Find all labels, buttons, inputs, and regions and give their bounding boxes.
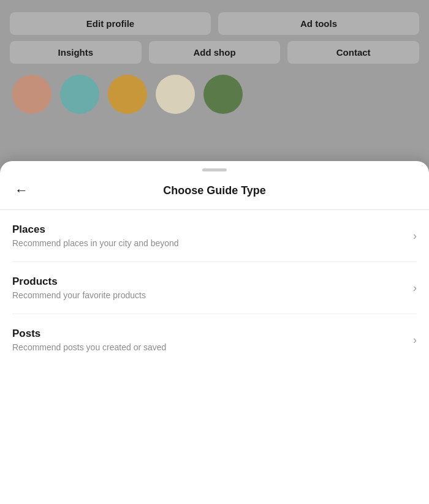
guide-item-places-title: Places [12, 224, 406, 236]
guide-item-products-title: Products [12, 276, 406, 288]
sheet-title: Choose Guide Type [31, 184, 398, 197]
guide-item-posts-title: Posts [12, 328, 406, 340]
guide-item-products[interactable]: Products Recommend your favorite product… [12, 262, 417, 314]
ad-tools-button[interactable]: Ad tools [218, 12, 419, 35]
chevron-right-icon-places: › [413, 230, 417, 243]
background-area: Edit profile Ad tools Insights Add shop … [0, 0, 429, 171]
story-circle-3[interactable] [108, 75, 147, 114]
story-circle-4[interactable] [156, 75, 195, 114]
drag-handle-container [0, 161, 429, 176]
back-button[interactable]: ← [12, 181, 31, 200]
edit-profile-button[interactable]: Edit profile [10, 12, 211, 35]
guide-list: Places Recommend places in your city and… [0, 210, 429, 366]
chevron-right-icon-posts: › [413, 334, 417, 347]
chevron-right-icon-products: › [413, 282, 417, 295]
guide-item-places[interactable]: Places Recommend places in your city and… [12, 210, 417, 262]
circles-row [10, 75, 419, 114]
guide-item-posts[interactable]: Posts Recommend posts you created or sav… [12, 314, 417, 366]
contact-button[interactable]: Contact [287, 41, 419, 64]
guide-item-products-desc: Recommend your favorite products [12, 290, 406, 300]
profile-buttons-row2: Insights Add shop Contact [10, 41, 419, 64]
guide-item-places-text: Places Recommend places in your city and… [12, 224, 406, 248]
add-shop-button[interactable]: Add shop [149, 41, 281, 64]
drag-handle [202, 168, 227, 171]
bottom-sheet: ← Choose Guide Type Places Recommend pla… [0, 161, 429, 504]
guide-item-places-desc: Recommend places in your city and beyond [12, 238, 406, 248]
guide-item-posts-text: Posts Recommend posts you created or sav… [12, 328, 406, 352]
insights-button[interactable]: Insights [10, 41, 142, 64]
guide-item-products-text: Products Recommend your favorite product… [12, 276, 406, 300]
guide-item-posts-desc: Recommend posts you created or saved [12, 342, 406, 352]
story-circle-5[interactable] [203, 75, 243, 114]
story-circle-1[interactable] [12, 75, 51, 114]
story-circle-2[interactable] [60, 75, 99, 114]
sheet-header: ← Choose Guide Type [0, 176, 429, 209]
profile-buttons-row1: Edit profile Ad tools [10, 12, 419, 35]
